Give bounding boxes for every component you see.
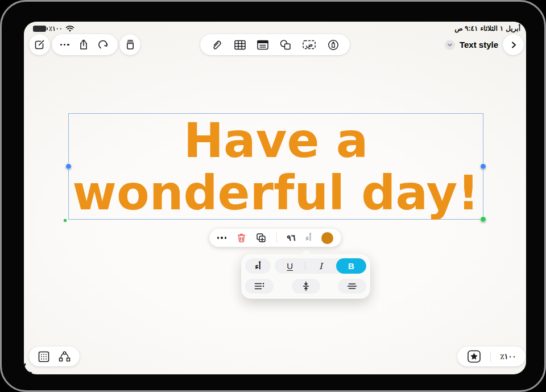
star-icon [467, 350, 481, 363]
more-icon [60, 44, 69, 46]
text-style-group: Text style [445, 34, 524, 55]
drawing-tools-button[interactable] [327, 39, 340, 51]
diagram-icon [58, 350, 71, 362]
divider [276, 233, 277, 243]
status-weekday: الثلاثاء [480, 24, 497, 32]
status-time: ٩:٤١ ص [454, 24, 478, 32]
note-icon [257, 39, 269, 51]
battery-icon [33, 26, 46, 32]
grid-icon [38, 350, 50, 363]
more-icon [217, 237, 226, 238]
context-more-button[interactable] [217, 237, 226, 238]
context-delete-button[interactable] [237, 233, 246, 243]
canvas-tools-pill [29, 346, 80, 366]
paperclip-icon [210, 39, 223, 51]
divider [490, 352, 491, 362]
text-color-swatch[interactable] [321, 232, 333, 244]
selected-text-box[interactable]: Have a wonderful day! [68, 113, 483, 220]
text-style-disclosure[interactable] [445, 40, 455, 50]
compose-icon [34, 39, 46, 51]
redo-button[interactable] [97, 39, 109, 51]
align-center-icon [346, 282, 358, 290]
statusbar-left: ٪١٠٠ [33, 24, 75, 33]
align-center-button[interactable] [338, 279, 366, 294]
canvas-text: Have a wonderful day! [69, 114, 483, 219]
underline-button[interactable]: U [275, 258, 305, 274]
zoom-level[interactable]: ٪١٠٠ [500, 352, 516, 361]
redo-arrow-icon [97, 39, 109, 51]
resize-handle-bottom-right[interactable] [480, 216, 486, 222]
favorites-button[interactable] [467, 350, 481, 363]
table-button[interactable] [234, 39, 246, 51]
text-format-popover: أء U I B [241, 254, 370, 299]
shapes-icon [279, 39, 292, 51]
font-size-button[interactable]: ٩٦ [287, 233, 295, 242]
new-board-button[interactable] [29, 34, 50, 55]
style-segmented-control: U I B [275, 258, 366, 274]
wifi-icon [65, 25, 75, 32]
popover-arrow [302, 250, 311, 259]
attachment-button[interactable] [210, 39, 223, 51]
more-button[interactable] [60, 44, 69, 46]
battery-percent: ٪١٠٠ [49, 25, 63, 32]
font-style-button[interactable]: أء [305, 233, 311, 242]
status-month: أبريل [506, 24, 520, 32]
zoom-favorites-pill: ٪١٠٠ [457, 346, 526, 366]
share-button[interactable] [78, 39, 89, 51]
delete-board-button[interactable] [119, 34, 140, 55]
status-day: ١ [500, 24, 503, 32]
shapes-button[interactable] [279, 39, 292, 51]
statusbar-datetime: ٩:٤١ ص الثلاثاء ١ أبريل [454, 24, 520, 32]
context-duplicate-button[interactable] [256, 233, 266, 243]
chevron-down-icon [446, 42, 453, 48]
vertical-center-icon [300, 280, 312, 292]
resize-handle-left[interactable] [65, 163, 72, 170]
text-style-label: Text style [460, 40, 498, 49]
duplicate-icon [256, 233, 266, 243]
resize-handle-bottom-left[interactable] [64, 219, 67, 222]
insert-toolbar: ض [200, 34, 350, 55]
share-icon [78, 39, 89, 51]
font-picker-button[interactable]: أء [245, 258, 271, 274]
text-field-glyph: ض [306, 42, 313, 48]
freeform-canvas: ٪١٠٠ ٩:٤١ ص الثلاثاء ١ أبريل [24, 22, 526, 374]
sidebar-expand-button[interactable] [503, 34, 524, 55]
trash-icon [125, 39, 136, 51]
vertical-align-button[interactable] [292, 279, 320, 294]
resize-handle-right[interactable] [480, 163, 486, 170]
list-style-button[interactable] [245, 279, 274, 294]
ipad-frame: ٪١٠٠ ٩:٤١ ص الثلاثاء ١ أبريل [0, 0, 546, 392]
paragraph-row [245, 279, 366, 294]
context-toolbar: ٩٦ أء [209, 229, 341, 247]
italic-button[interactable]: I [305, 258, 336, 274]
pen-circle-icon [327, 39, 340, 51]
grid-toggle-button[interactable] [38, 350, 50, 363]
ink-scribble[interactable] [24, 362, 34, 374]
bold-button[interactable]: B [336, 258, 366, 274]
connect-shapes-button[interactable] [58, 350, 71, 362]
note-button[interactable] [257, 39, 269, 51]
table-icon [234, 39, 246, 51]
canvas-text-line2: wonderful day! [72, 167, 479, 219]
canvas-text-line1: Have a [184, 114, 369, 167]
text-box-button[interactable]: ض [302, 39, 316, 50]
edit-actions-toolbar [52, 34, 118, 55]
list-icon [254, 282, 265, 291]
chevron-right-icon [509, 40, 518, 49]
trash-red-icon [237, 233, 246, 243]
